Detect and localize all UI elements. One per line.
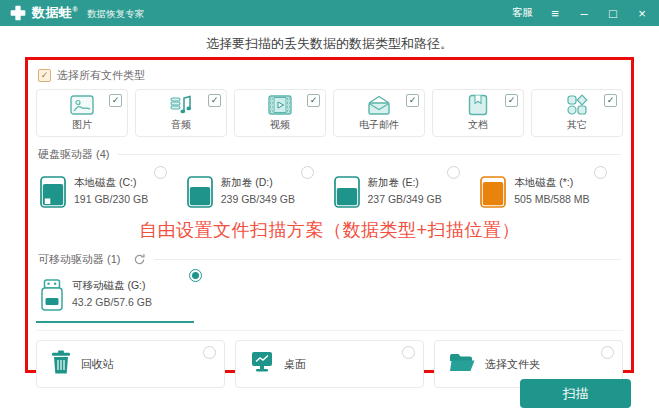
drive-item-g[interactable]: 可移动磁盘 (G:) 43.2 GB/57.6 GB <box>36 271 194 323</box>
removable-title-label: 可移动驱动器 (1) <box>38 252 121 267</box>
menu-icon[interactable]: ≡ <box>548 7 562 20</box>
radio-drive-star[interactable] <box>594 166 607 179</box>
recycle-bin-icon <box>51 350 71 378</box>
file-type-card-images[interactable]: ✓ 图片 <box>36 89 128 137</box>
select-all-file-types[interactable]: ✓ 选择所有文件类型 <box>38 66 623 84</box>
brand-mark: ® <box>73 6 79 13</box>
tutorial-highlight-box: ✓ 选择所有文件类型 ✓ 图片 ✓ 音频 ✓ 视频 ✓ <box>25 57 634 373</box>
radio-drive-c[interactable] <box>154 166 167 179</box>
file-type-card-video[interactable]: ✓ 视频 <box>234 89 326 137</box>
folder-icon <box>449 352 475 376</box>
location-recycle-bin[interactable]: 回收站 <box>36 340 225 388</box>
file-type-card-audio[interactable]: ✓ 音频 <box>135 89 227 137</box>
hard-drives-section-title: 硬盘驱动器 (4) <box>38 147 621 162</box>
location-label: 选择文件夹 <box>485 357 540 372</box>
app-subtitle: 数据恢复专家 <box>87 8 144 21</box>
hard-drive-icon <box>40 176 66 212</box>
file-type-label: 电子邮件 <box>334 118 424 132</box>
drive-name: 可移动磁盘 (G:) <box>72 279 152 293</box>
removable-drive-list: 可移动磁盘 (G:) 43.2 GB/57.6 GB <box>36 271 623 323</box>
tutorial-annotation-text: 自由设置文件扫描方案（数据类型+扫描位置） <box>36 218 623 242</box>
maximize-button[interactable]: □ <box>606 7 620 20</box>
radio-recycle-bin[interactable] <box>203 346 216 359</box>
divider-line <box>154 259 622 260</box>
support-link[interactable]: 客服 <box>512 6 533 20</box>
drive-name: 本地磁盘 (C:) <box>74 176 148 190</box>
drive-name: 本地磁盘 (*:) <box>514 176 589 190</box>
file-type-label: 文档 <box>433 118 523 132</box>
desktop-icon <box>250 351 274 377</box>
radio-desktop[interactable] <box>402 346 415 359</box>
drive-size: 237 GB/349 GB <box>368 193 442 205</box>
app-brand: 数据蛙® <box>32 4 78 22</box>
file-type-label: 其它 <box>532 118 622 132</box>
file-type-label: 音频 <box>136 118 226 132</box>
radio-drive-d[interactable] <box>301 166 314 179</box>
file-type-label: 视频 <box>235 118 325 132</box>
usb-drive-icon <box>40 279 64 315</box>
location-label: 回收站 <box>81 357 114 372</box>
divider-line <box>118 154 622 155</box>
drive-size: 505 MB/588 MB <box>514 193 589 205</box>
minimize-button[interactable]: – <box>577 7 591 20</box>
close-button[interactable]: × <box>635 7 649 20</box>
removable-drives-section-title: 可移动驱动器 (1) <box>38 252 621 267</box>
file-type-cards: ✓ 图片 ✓ 音频 ✓ 视频 ✓ 电子邮件 <box>36 89 623 137</box>
radio-drive-g-selected[interactable] <box>189 269 202 282</box>
scan-button[interactable]: 扫描 <box>520 379 631 408</box>
section-divider <box>36 330 623 331</box>
drive-item-c[interactable]: 本地磁盘 (C:) 191 GB/230 GB <box>36 166 183 216</box>
checkbox-checked[interactable]: ✓ <box>406 94 419 107</box>
checkbox-checked[interactable]: ✓ <box>307 94 320 107</box>
select-all-checkbox[interactable]: ✓ <box>38 69 51 82</box>
drive-name: 新加卷 (D:) <box>221 176 295 190</box>
radio-choose-folder[interactable] <box>601 346 614 359</box>
radio-drive-e[interactable] <box>447 166 460 179</box>
location-desktop[interactable]: 桌面 <box>235 340 424 388</box>
drive-name: 新加卷 (E:) <box>368 176 442 190</box>
file-type-card-email[interactable]: ✓ 电子邮件 <box>333 89 425 137</box>
location-label: 桌面 <box>284 357 306 372</box>
checkbox-checked[interactable]: ✓ <box>505 94 518 107</box>
drive-size: 239 GB/349 GB <box>221 193 295 205</box>
hard-drive-icon <box>480 176 506 212</box>
drive-size: 43.2 GB/57.6 GB <box>72 296 152 308</box>
hard-drive-list: 本地磁盘 (C:) 191 GB/230 GB 新加卷 (D:) 239 GB/… <box>36 166 623 216</box>
select-all-label: 选择所有文件类型 <box>57 68 145 83</box>
title-bar: 数据蛙® 数据恢复专家 客服 ≡ – □ × <box>0 0 659 26</box>
drive-item-d[interactable]: 新加卷 (D:) 239 GB/349 GB <box>183 166 330 216</box>
checkbox-checked[interactable]: ✓ <box>208 94 221 107</box>
checkbox-checked[interactable]: ✓ <box>109 94 122 107</box>
refresh-icon[interactable] <box>133 253 146 266</box>
hard-drive-icon <box>334 176 360 212</box>
hard-drive-icon <box>187 176 213 212</box>
drive-item-star[interactable]: 本地磁盘 (*:) 505 MB/588 MB <box>476 166 623 216</box>
drive-item-e[interactable]: 新加卷 (E:) 237 GB/349 GB <box>330 166 477 216</box>
checkbox-checked[interactable]: ✓ <box>604 94 617 107</box>
file-type-label: 图片 <box>37 118 127 132</box>
file-type-card-other[interactable]: ✓ 其它 <box>531 89 623 137</box>
app-logo-icon <box>10 5 26 21</box>
file-type-card-documents[interactable]: ✓ 文档 <box>432 89 524 137</box>
hard-drives-title-label: 硬盘驱动器 (4) <box>38 147 110 162</box>
drive-size: 191 GB/230 GB <box>74 193 148 205</box>
page-title: 选择要扫描的丢失数据的数据类型和路径。 <box>0 26 659 53</box>
